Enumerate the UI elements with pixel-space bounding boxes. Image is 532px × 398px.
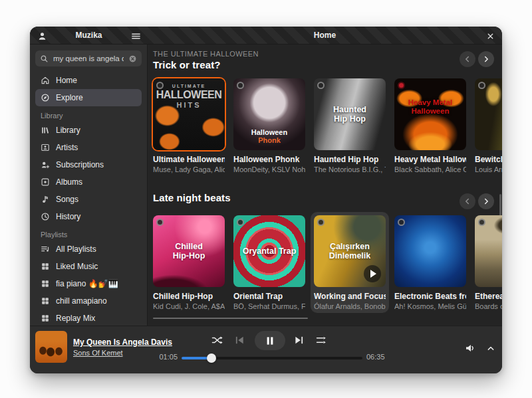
previous-button[interactable] bbox=[234, 335, 245, 345]
sidebar-item-artists[interactable]: Artists bbox=[35, 139, 142, 156]
grid-icon bbox=[41, 279, 50, 288]
playlist-card[interactable]: EthElec Ethereal E Boards of C bbox=[475, 215, 502, 310]
section-late-night-beats: Late night beats ChilledHip-Hop Chilled … bbox=[153, 192, 502, 319]
playlist-card[interactable]: ULTIMATEHALLOWEENHITS Ultimate Halloween… bbox=[153, 78, 225, 173]
history-clock-icon bbox=[41, 212, 50, 221]
album-art: ÇalışırkenDinlemelik bbox=[314, 215, 386, 287]
card-subtitle: Ah! Kosmos, Melis Gü... bbox=[394, 302, 466, 310]
card-title: Electronic Beats fro... bbox=[394, 292, 466, 301]
sidebar-item-label: Songs bbox=[56, 195, 78, 204]
home-icon bbox=[41, 76, 50, 85]
sidebar-item-label: Subscriptions bbox=[56, 160, 104, 169]
playlist-card[interactable]: Heavy MetalHalloween Heavy Metal Hallowe… bbox=[394, 78, 466, 173]
main-menu-button[interactable] bbox=[129, 29, 142, 43]
playlist-card[interactable]: HalloweenPhonk Halloween Phonk MoonDeity… bbox=[233, 78, 305, 173]
sidebar-item-label: fia piano 🔥💅🎹 bbox=[56, 279, 118, 288]
track-title-link[interactable]: My Queen Is Angela Davis bbox=[73, 338, 172, 347]
playlist-card[interactable]: HauntedHip Hop Haunted Hip Hop The Notor… bbox=[314, 78, 386, 173]
section-title: Late night beats bbox=[153, 192, 502, 203]
playlist-card[interactable]: Electronic Beats fro... Ah! Kosmos, Meli… bbox=[394, 215, 466, 310]
sidebar-item-label: Library bbox=[56, 126, 80, 135]
clear-search-icon[interactable] bbox=[128, 54, 137, 63]
album-icon bbox=[41, 177, 50, 187]
card-title: Bewitchin bbox=[475, 155, 502, 164]
sidebar-item-history[interactable]: History bbox=[35, 208, 142, 225]
playlist-card[interactable]: Oryantal Trap Oriental Trap BÖ, Serhat D… bbox=[233, 215, 305, 310]
shuffle-icon bbox=[211, 335, 223, 346]
playlist-card[interactable]: BewJ Bewitchin Louis Arms bbox=[475, 78, 502, 173]
pause-icon bbox=[265, 336, 275, 346]
shuffle-button[interactable] bbox=[211, 334, 224, 346]
search-input[interactable] bbox=[52, 54, 125, 63]
album-art: HalloweenPhonk bbox=[233, 78, 305, 150]
search-icon bbox=[40, 54, 49, 63]
sidebar-item-explore[interactable]: Explore bbox=[35, 89, 142, 106]
sidebar-item-label: All Playlists bbox=[56, 245, 96, 254]
skip-previous-icon bbox=[235, 336, 245, 345]
grid-icon bbox=[41, 296, 50, 306]
art-text: Halloween bbox=[412, 107, 450, 116]
hamburger-icon bbox=[131, 31, 141, 41]
playlist-card[interactable]: ÇalışırkenDinlemelik Working and Focusin… bbox=[314, 215, 386, 310]
carousel-next-button[interactable] bbox=[478, 51, 494, 67]
expand-player-button[interactable] bbox=[485, 343, 497, 353]
sidebar-item-liked-music[interactable]: Liked Music bbox=[35, 258, 142, 275]
next-button[interactable] bbox=[293, 335, 305, 345]
card-subtitle: MoonDeity, KSLV Noh,... bbox=[233, 165, 305, 173]
section-trick-or-treat: THE ULTIMATE HALLOWEEN Trick or treat? U… bbox=[153, 50, 502, 173]
card-title: Oriental Trap bbox=[233, 292, 305, 301]
carousel-prev-button[interactable] bbox=[460, 193, 475, 209]
section-kicker: THE ULTIMATE HALLOWEEN bbox=[153, 50, 502, 58]
sidebar-item-library[interactable]: Library bbox=[35, 122, 142, 139]
sidebar-item-home[interactable]: Home bbox=[35, 72, 142, 89]
search-box[interactable] bbox=[35, 50, 142, 66]
close-window-button[interactable] bbox=[483, 29, 497, 43]
grid-icon bbox=[41, 262, 50, 271]
total-time: 06:35 bbox=[366, 353, 385, 361]
horizontal-scrollbar[interactable] bbox=[153, 318, 308, 319]
card-title: Heavy Metal Halloween bbox=[394, 155, 466, 164]
carousel-prev-button[interactable] bbox=[460, 51, 475, 67]
card-title: Halloween Phonk bbox=[233, 155, 305, 164]
volume-button[interactable] bbox=[464, 342, 477, 354]
card-title: Chilled Hip-Hop bbox=[153, 292, 225, 301]
section-title: Trick or treat? bbox=[153, 59, 502, 70]
sidebar: Home Explore Library Library Artists Sub… bbox=[30, 45, 148, 326]
card-subtitle: Muse, Lady Gaga, Alic... bbox=[153, 165, 225, 173]
album-art: ULTIMATEHALLOWEENHITS bbox=[153, 78, 225, 150]
chevron-left-icon bbox=[463, 54, 472, 64]
carousel-next-button[interactable] bbox=[478, 193, 494, 209]
pause-button[interactable] bbox=[255, 331, 285, 350]
sidebar-nav: Home Explore Library Library Artists Sub… bbox=[35, 72, 142, 327]
playlist-list-icon bbox=[41, 245, 50, 254]
album-art: BewJ bbox=[475, 78, 502, 150]
sidebar-item-fia-piano[interactable]: fia piano 🔥💅🎹 bbox=[35, 275, 142, 292]
art-text: Hip Hop bbox=[334, 114, 366, 124]
album-art: EthElec bbox=[475, 215, 502, 287]
art-text: HITS bbox=[176, 101, 201, 110]
queue-mode-button[interactable] bbox=[315, 334, 328, 346]
sidebar-item-replay-mix[interactable]: Replay Mix bbox=[35, 310, 142, 327]
sidebar-item-albums[interactable]: Albums bbox=[35, 173, 142, 191]
volume-icon bbox=[465, 343, 475, 353]
art-text: Oryantal Trap bbox=[243, 247, 297, 256]
sidebar-item-subscriptions[interactable]: Subscriptions bbox=[35, 156, 142, 173]
sidebar-item-songs[interactable]: Songs bbox=[35, 191, 142, 208]
sidebar-item-label: chill amapiano bbox=[56, 296, 107, 306]
playlist-card[interactable]: ChilledHip-Hop Chilled Hip-Hop Kid Cudi,… bbox=[153, 215, 225, 310]
progress-bar[interactable] bbox=[182, 357, 362, 359]
sidebar-item-label: Explore bbox=[56, 93, 83, 102]
card-title: Ethereal E bbox=[475, 292, 502, 301]
sidebar-item-chill-amapiano[interactable]: chill amapiano bbox=[35, 292, 142, 310]
music-note-icon bbox=[41, 195, 50, 204]
art-text: Phonk bbox=[258, 136, 281, 145]
player-progress-handle[interactable] bbox=[207, 353, 216, 363]
album-art: Heavy MetalHalloween bbox=[394, 78, 466, 150]
card-subtitle: Boards of C bbox=[475, 302, 502, 310]
consecutive-playback-icon bbox=[316, 335, 327, 346]
play-overlay-button[interactable] bbox=[364, 265, 381, 282]
person-plus-icon bbox=[41, 160, 50, 169]
art-text: Hip-Hop bbox=[173, 251, 205, 260]
sidebar-item-all-playlists[interactable]: All Playlists bbox=[35, 241, 142, 258]
now-playing-art[interactable] bbox=[35, 331, 67, 363]
